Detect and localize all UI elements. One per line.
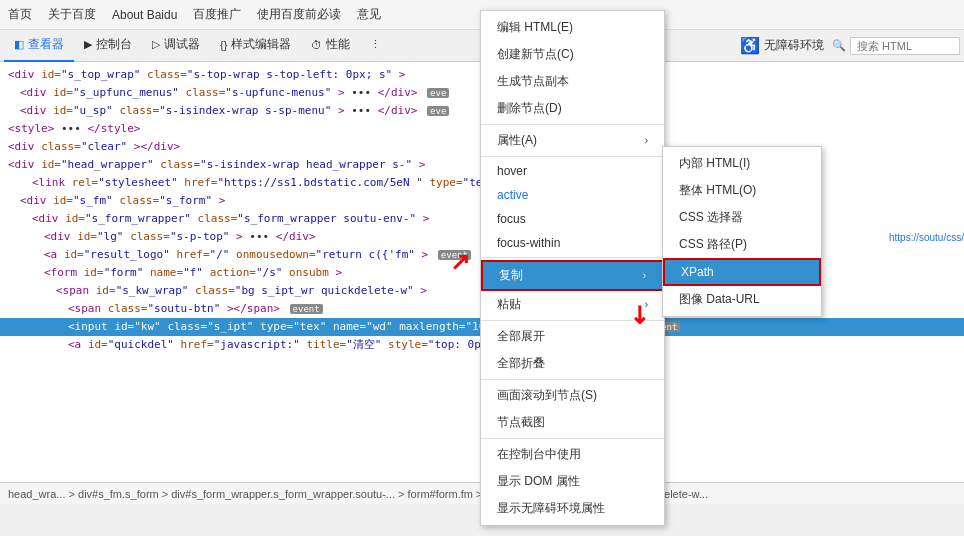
menu-show-dom[interactable]: 显示 DOM 属性 [481,468,664,495]
context-menu: 编辑 HTML(E) 创建新节点(C) 生成节点副本 删除节点(D) 属性(A)… [480,10,665,526]
menu-active[interactable]: active [481,183,664,207]
event-badge: eve [427,106,449,116]
accessibility-section: ♿ 无障碍环境 [740,36,832,55]
tab-style-editor-label: 样式编辑器 [231,36,291,53]
menu-paste[interactable]: 粘贴 › [481,291,664,318]
menu-copy[interactable]: 复制 › [481,260,664,291]
tab-performance-label: 性能 [326,36,350,53]
sub-menu-css-path[interactable]: CSS 路径(P) [663,231,821,258]
event-badge: event [438,250,471,260]
search-area: 🔍 [832,37,960,55]
nav-about[interactable]: 关于百度 [48,6,96,23]
menu-expand-all[interactable]: 全部展开 [481,323,664,350]
nav-promote[interactable]: 百度推广 [193,6,241,23]
menu-focus[interactable]: focus [481,207,664,231]
menu-attribute[interactable]: 属性(A) › [481,127,664,154]
arrow-icon: › [643,270,646,281]
nav-about-baidu[interactable]: About Baidu [112,8,177,22]
nav-home[interactable]: 首页 [8,6,32,23]
separator-4 [481,320,664,321]
menu-delete-node[interactable]: 删除节点(D) [481,95,664,122]
tab-more[interactable]: ⋮ [360,30,391,62]
accessibility-person-icon: ♿ [740,36,760,55]
more-icon: ⋮ [370,38,381,51]
sub-menu-data-url[interactable]: 图像 Data-URL [663,286,821,313]
performance-icon: ⏱ [311,39,322,51]
menu-focus-within[interactable]: focus-within [481,231,664,255]
tab-debugger-label: 调试器 [164,36,200,53]
separator-5 [481,379,664,380]
debugger-icon: ▷ [152,38,160,51]
style-editor-icon: {} [220,39,227,51]
menu-duplicate-node[interactable]: 生成节点副本 [481,68,664,95]
separator-6 [481,438,664,439]
search-icon: 🔍 [832,39,846,52]
nav-feedback[interactable]: 意见 [357,6,381,23]
sub-menu-outer-html[interactable]: 整体 HTML(O) [663,177,821,204]
menu-edit-html[interactable]: 编辑 HTML(E) [481,14,664,41]
menu-scroll-to-node[interactable]: 画面滚动到节点(S) [481,382,664,409]
tab-style-editor[interactable]: {} 样式编辑器 [210,30,301,62]
sub-menu-css-selector[interactable]: CSS 选择器 [663,204,821,231]
menu-screenshot[interactable]: 节点截图 [481,409,664,436]
menu-collapse-all[interactable]: 全部折叠 [481,350,664,377]
tab-debugger[interactable]: ▷ 调试器 [142,30,210,62]
tab-console-label: 控制台 [96,36,132,53]
sub-context-menu: 内部 HTML(I) 整体 HTML(O) CSS 选择器 CSS 路径(P) … [662,146,822,317]
html-search-input[interactable] [850,37,960,55]
accessibility-label: 无障碍环境 [764,37,824,54]
console-icon: ▶ [84,38,92,51]
arrow-icon: › [645,299,648,310]
tab-inspector[interactable]: ◧ 查看器 [4,30,74,62]
url-hint: https://soutu/css/ [889,232,964,243]
separator-1 [481,124,664,125]
menu-show-accessibility[interactable]: 显示无障碍环境属性 [481,495,664,522]
event-badge: event [290,304,323,314]
inspector-icon: ◧ [14,38,24,51]
separator-3 [481,257,664,258]
sub-menu-xpath[interactable]: XPath [663,258,821,286]
tab-console[interactable]: ▶ 控制台 [74,30,142,62]
separator-2 [481,156,664,157]
nav-terms[interactable]: 使用百度前必读 [257,6,341,23]
menu-use-in-console[interactable]: 在控制台中使用 [481,441,664,468]
event-badge: eve [427,88,449,98]
menu-hover[interactable]: hover [481,159,664,183]
sub-menu-inner-html[interactable]: 内部 HTML(I) [663,150,821,177]
arrow-icon: › [645,135,648,146]
tab-performance[interactable]: ⏱ 性能 [301,30,360,62]
menu-create-node[interactable]: 创建新节点(C) [481,41,664,68]
tab-inspector-label: 查看器 [28,36,64,53]
